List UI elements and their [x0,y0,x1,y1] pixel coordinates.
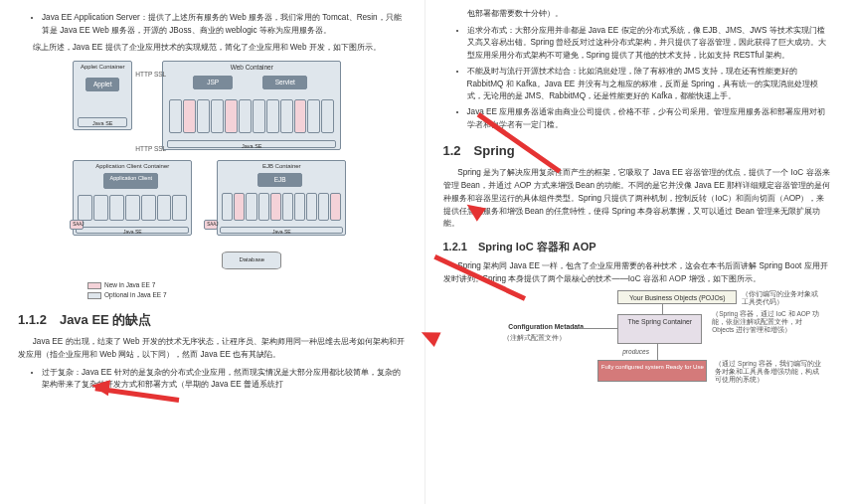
saaj-label-2: SAAJ [204,220,218,230]
ejb-box: EJB [257,173,302,187]
web-container-label: Web Container [165,63,338,73]
app-client-box: Application Client [103,173,158,189]
pojos-label: Your Business Objects (POJOs) [629,294,725,301]
applet-container-label: Applet Container [76,63,129,72]
http-ssl-2: HTTP SSL [135,145,166,153]
config-label: Configuration Metadata [508,322,584,333]
bullet-appserver-cost: Java EE 应用服务器通常由商业公司提供，价格不菲，少有公司采用。管理应用服… [467,106,833,131]
applet-box: Applet [85,78,119,91]
bullet-javaee-server: Java EE Application Server：提供了上述所有服务的 We… [42,12,407,37]
summary-para: 综上所述，Java EE 提供了企业应用技术的实现规范，简化了企业应用和 Web… [18,42,407,55]
config-note: （注解式配置文件） [503,334,566,342]
bullet-list-javaee: Java EE Application Server：提供了上述所有服务的 We… [42,12,407,37]
ejb-tech-bars [222,193,341,223]
ready-label: Fully configured system Ready for Use [601,364,704,370]
ejb-container-label: EJB Container [220,162,343,171]
web-tech-bars [169,99,334,135]
javase-label-3: Java SE [76,227,189,234]
bullet-list-right: 追求分布式：大部分应用并非都是 Java EE 假定的分布式系统，像 EJB、J… [467,25,833,132]
connector-1 [662,304,663,314]
para-1-2: Spring 是为了解决应用复杂性而产生的框架，它吸取了 Java EE 容器管… [443,167,833,231]
jsp-box: JSP [193,76,233,89]
produces-label: produces [622,348,649,356]
javase-label-1: Java SE [78,117,127,127]
top-fragment: 包部署都需要数十分钟）。 [467,8,833,21]
database-cylinder: Database [222,252,281,269]
para-1-1-2: Java EE 的出现，结束了 Web 开发的技术无序状态，让程序员、架构师用同… [18,336,407,361]
pojos-note: （你们编写的业务对象或工具类代码） [742,290,821,306]
servlet-box: Servlet [262,76,307,89]
section-1-2-heading: 1.2 Spring [443,141,833,161]
connector-2 [578,328,617,329]
javaee-architecture-diagram: Applet Container Applet Java SE Web Cont… [73,61,351,274]
container-box: The Spring Container [617,314,702,344]
connector-3 [657,344,658,360]
section-1-1-2-heading: 1.1.2 Java EE 的缺点 [18,310,407,330]
app-client-container-box: Application Client Container Application… [73,160,192,236]
page-left: Java EE Application Server：提供了上述所有服务的 We… [0,0,425,504]
legend-opt: Optional in Java EE 7 [104,291,167,298]
annotation-arrow-1-head [90,378,110,396]
ejb-container-box: EJB Container EJB Java SE [217,160,346,236]
http-ssl-1: HTTP SSL [135,71,166,79]
javase-label-2: Java SE [167,140,336,148]
client-tech-bars [78,195,187,223]
applet-container-box: Applet Container Applet Java SE [73,61,132,130]
bullet-distributed: 追求分布式：大部分应用并非都是 Java EE 假定的分布式系统，像 EJB、J… [467,25,833,63]
database-label: Database [223,252,280,264]
section-1-2-1-heading: 1.2.1 Spring IoC 容器和 AOP [443,239,833,255]
container-label: The Spring Container [627,318,692,325]
page-right: 包部署都需要数十分钟）。 追求分布式：大部分应用并非都是 Java EE 假定的… [425,0,851,504]
legend-new: New in Java EE 7 [104,281,155,288]
container-note: （Spring 容器，通过 IoC 和 AOP 功能，依据注解或配置文件，对 O… [712,310,821,333]
web-container-box: Web Container JSP Servlet Java SE [162,61,341,150]
javase-label-4: Java SE [220,227,343,234]
para-1-2-1: Spring 架构同 Java EE 一样，包含了企业应用需要的各种技术，这会在… [443,260,833,285]
ready-box: Fully configured system Ready for Use [597,360,707,382]
saaj-label-1: SAAJ [70,220,84,230]
ready-note: （通过 Spring 容器，我们编写的业务对象和工具具备增强功能，构成可使用的系… [715,360,824,383]
diagram-legend: New in Java EE 7 Optional in Java EE 7 [87,280,407,300]
app-client-container-label: Application Client Container [76,162,189,171]
bullet-opensource: 不能及时与流行开源技术结合：比如消息处理，除了有标准的 JMS 支持，现在还有性… [467,66,833,103]
pojos-box: Your Business Objects (POJOs) [617,290,737,304]
spring-container-diagram: Your Business Objects (POJOs) （你们编写的业务对象… [468,290,806,385]
